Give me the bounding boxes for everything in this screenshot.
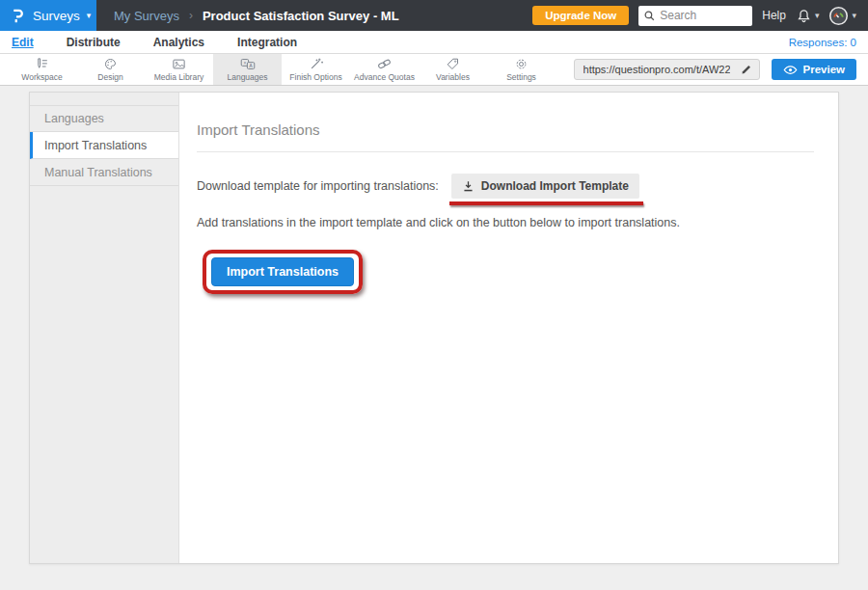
tab-integration[interactable]: Integration — [237, 36, 297, 49]
sidebar-item-import-translations[interactable]: Import Translations — [30, 132, 178, 159]
help-link[interactable]: Help — [762, 9, 786, 22]
chevron-down-icon: ▾ — [815, 12, 820, 20]
toolbar-item-workspace[interactable]: Workspace — [8, 54, 76, 85]
toolbar-item-finish-options[interactable]: Finish Options — [282, 54, 350, 85]
tab-analytics[interactable]: Analytics — [153, 36, 204, 49]
sidebar-item-manual-translations[interactable]: Manual Translations — [30, 159, 178, 186]
questionpro-logo-icon — [10, 7, 26, 25]
palette-icon — [103, 57, 118, 71]
download-icon — [462, 180, 475, 193]
import-translations-content: Import Translations Download template fo… — [179, 93, 838, 563]
bell-icon — [796, 8, 812, 24]
toolbar-item-languages[interactable]: × A Languages — [213, 54, 282, 85]
toolbar-item-media-library[interactable]: Media Library — [145, 54, 213, 85]
tab-distribute[interactable]: Distribute — [67, 36, 121, 49]
tab-edit[interactable]: Edit — [12, 36, 34, 49]
toolbar-item-settings[interactable]: Settings — [487, 54, 556, 85]
instructions-text: Add translations in the import template … — [197, 216, 814, 229]
preview-button[interactable]: Preview — [772, 59, 856, 80]
page-title: Import Translations — [197, 121, 814, 138]
account-menu[interactable]: ▾ — [828, 6, 856, 26]
toolbar-item-variables[interactable]: Variables — [419, 54, 487, 85]
languages-panel: Languages Import Translations Manual Tra… — [29, 92, 839, 564]
gear-icon — [514, 57, 529, 71]
svg-text:×: × — [243, 61, 246, 66]
survey-url-group — [574, 59, 760, 80]
image-icon — [172, 57, 186, 71]
breadcrumb-my-surveys[interactable]: My Surveys — [114, 9, 179, 23]
title-divider — [197, 151, 814, 152]
upgrade-now-button[interactable]: Upgrade Now — [532, 6, 629, 25]
breadcrumb-separator: › — [189, 9, 193, 22]
search-icon — [643, 10, 656, 22]
download-template-row: Download template for importing translat… — [197, 174, 814, 199]
search-box — [638, 6, 752, 26]
toolbar-item-advance-quotas[interactable]: Advance Quotas — [350, 54, 419, 85]
download-import-template-button[interactable]: Download Import Template — [451, 174, 639, 199]
languages-sidebar: Languages Import Translations Manual Tra… — [30, 93, 179, 563]
product-switcher[interactable]: Surveys ▾ — [0, 0, 96, 31]
magic-wand-icon — [309, 57, 323, 71]
download-prompt-label: Download template for importing translat… — [197, 179, 439, 193]
survey-section-tabs: Edit Distribute Analytics Integration Re… — [0, 31, 868, 54]
chevron-down-icon: ▾ — [87, 12, 92, 20]
survey-title: Product Satisfaction Survey - ML — [203, 9, 399, 23]
page-body: Languages Import Translations Manual Tra… — [0, 86, 868, 564]
toolbar-right-group: Preview — [574, 54, 862, 85]
tag-icon — [446, 57, 460, 71]
chain-links-icon — [377, 57, 392, 71]
workspace-icon — [35, 57, 49, 71]
avatar-gauge-icon — [828, 6, 849, 26]
translate-icon: × A — [240, 57, 256, 71]
annotation-red-underline — [449, 201, 643, 205]
notifications-menu[interactable]: ▾ — [796, 8, 820, 24]
survey-url-input[interactable] — [575, 64, 734, 75]
product-name: Surveys — [33, 9, 80, 23]
breadcrumb: My Surveys › Product Satisfaction Survey… — [114, 9, 532, 23]
eye-icon — [783, 65, 798, 75]
top-navigation-bar: Surveys ▾ My Surveys › Product Satisfact… — [0, 0, 868, 31]
edit-url-button[interactable] — [734, 60, 759, 79]
chevron-down-icon: ▾ — [852, 12, 856, 20]
edit-toolbar: Workspace Design Media Library × A Langu… — [0, 54, 868, 86]
topbar-actions: Upgrade Now Help ▾ ▾ — [532, 6, 868, 26]
annotation-red-circle: Import Translations — [203, 250, 363, 294]
sidebar-item-languages[interactable]: Languages — [30, 105, 178, 132]
toolbar-item-design[interactable]: Design — [76, 54, 145, 85]
responses-count[interactable]: Responses: 0 — [789, 37, 856, 48]
download-button-wrapper: Download Import Template — [451, 174, 639, 199]
import-translations-button[interactable]: Import Translations — [211, 257, 354, 286]
svg-text:A: A — [249, 64, 253, 68]
pencil-icon — [741, 64, 752, 75]
